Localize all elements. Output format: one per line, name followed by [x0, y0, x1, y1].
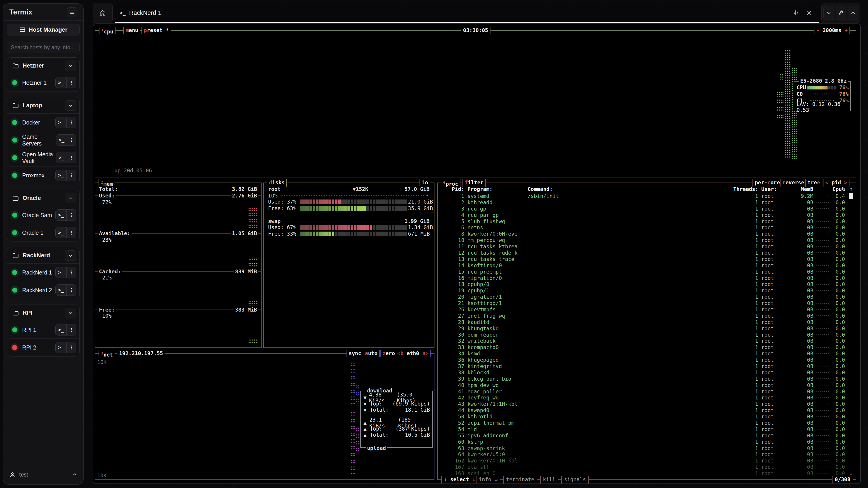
process-row[interactable]: 1systemd/sbin/init1root9.2M0.4 — [438, 193, 856, 199]
process-row[interactable]: 2kthreadd1root0B0.0 — [438, 199, 856, 205]
host-item-open-media-vault[interactable]: Open Media Vault>_ — [7, 149, 79, 166]
process-row[interactable]: 64kworker/u5:01root0B0.0 — [438, 451, 856, 458]
process-row[interactable]: 29khungtaskd1root0B0.0 — [438, 325, 856, 332]
host-menu-button[interactable] — [66, 210, 76, 221]
group-collapse-button[interactable] — [65, 250, 76, 261]
process-row[interactable]: 52acpi_thermal_pm1root0B0.0 — [438, 420, 856, 426]
host-menu-button[interactable] — [66, 77, 76, 88]
scrollbar-thumb[interactable] — [849, 193, 852, 199]
process-row[interactable]: 15rcu_preempt1root0B0.0 — [438, 269, 856, 275]
process-row[interactable]: 55ipv6_addrconf1root0B0.0 — [438, 432, 856, 439]
group-collapse-button[interactable] — [65, 308, 76, 318]
host-menu-button[interactable] — [66, 170, 76, 181]
host-menu-button[interactable] — [66, 267, 76, 278]
process-row[interactable]: 60kstrp1root0B0.0 — [438, 439, 856, 445]
terminal-screen[interactable]: 1cpu menu preset * 03:30:05 - 2000ms + u… — [93, 24, 861, 484]
process-row[interactable]: 168scsi_eh_01root0B0.0↓ — [438, 470, 856, 477]
footer-action-terminate[interactable]: terminate — [503, 476, 537, 484]
host-menu-button[interactable] — [66, 342, 76, 353]
open-terminal-button[interactable]: >_ — [56, 227, 66, 238]
footer-action-kill[interactable]: kill — [540, 476, 558, 484]
expand-button[interactable] — [848, 6, 858, 20]
split-pane-icon[interactable] — [791, 8, 801, 18]
process-row[interactable]: 6netns1root0B0.0 — [438, 224, 856, 231]
process-row[interactable]: 13rcu_tasks_trace_1root0B0.0 — [438, 256, 856, 262]
sort-column-switcher[interactable]: < pid > — [823, 179, 849, 187]
host-item-proxmox[interactable]: Proxmox>_ — [7, 166, 79, 184]
process-row[interactable]: 41edac-poller1root0B0.0 — [438, 388, 856, 395]
group-header-hetzner[interactable]: Hetzner — [7, 58, 79, 74]
process-row[interactable]: 19cpuhp/11root0B0.0 — [438, 287, 856, 294]
host-item-rpi-2[interactable]: RPI 2>_ — [7, 339, 79, 356]
process-row[interactable]: 167ata_sff1root0B0.0 — [438, 464, 856, 470]
process-row[interactable]: 14ksoftirqd/01root0B0.0 — [438, 262, 856, 269]
open-terminal-button[interactable]: >_ — [56, 170, 66, 181]
host-menu-button[interactable] — [66, 324, 76, 335]
host-item-racknerd-1[interactable]: RackNerd 1>_ — [7, 264, 79, 281]
process-row[interactable]: 28kauditd1root0B0.0 — [438, 319, 856, 325]
host-item-rpi-1[interactable]: RPI 1>_ — [7, 321, 79, 339]
process-row[interactable]: 39blkcg_punt_bio1root0B0.0 — [438, 376, 856, 382]
host-item-racknerd-2[interactable]: RackNerd 2>_ — [7, 281, 79, 299]
preset-button[interactable]: preset * — [142, 27, 171, 34]
host-item-oracle-sam[interactable]: Oracle Sam>_ — [7, 206, 79, 224]
group-header-rpi[interactable]: RPI — [7, 305, 79, 321]
net-interface-switcher[interactable]: <b eth0 n> — [395, 350, 431, 357]
process-row[interactable]: 54mld1root0B0.0 — [438, 426, 856, 432]
open-terminal-button[interactable]: >_ — [56, 342, 66, 353]
process-row[interactable]: 32writeback1root0B0.0 — [438, 338, 856, 344]
process-row[interactable]: 10mm_percpu_wq1root0B0.0 — [438, 237, 856, 243]
process-row[interactable]: 162kworker/0:1H-kbl1root0B0.0 — [438, 457, 856, 464]
io-mode-button[interactable]: io — [420, 179, 430, 187]
process-row[interactable]: 43kworker/1:1H-kbl1root0B0.0 — [438, 401, 856, 407]
group-header-oracle[interactable]: Oracle — [7, 190, 79, 206]
open-terminal-button[interactable]: >_ — [56, 267, 66, 278]
process-row[interactable]: 34ksmd1root0B0.0 — [438, 350, 856, 357]
host-menu-button[interactable] — [67, 135, 76, 145]
process-row[interactable]: 12rcu_tasks_rude_k1root0B0.0 — [438, 250, 856, 256]
host-menu-button[interactable] — [67, 152, 76, 163]
update-interval-control[interactable]: - 2000ms + — [814, 27, 850, 34]
host-item-docker[interactable]: Docker>_ — [7, 113, 79, 131]
process-row[interactable]: 44kswapd01root0B0.0 — [438, 407, 856, 414]
open-terminal-button[interactable]: >_ — [56, 152, 67, 163]
open-terminal-button[interactable]: >_ — [56, 117, 66, 128]
reverse-button[interactable]: reverse — [780, 179, 807, 187]
home-button[interactable] — [93, 3, 113, 23]
close-icon[interactable] — [804, 8, 814, 18]
process-row[interactable]: 16migration/01root0B0.0 — [438, 275, 856, 281]
process-row[interactable]: 8kworker/0:0H-eve1root0B0.0 — [438, 231, 856, 237]
net-zero-button[interactable]: zero — [380, 350, 397, 357]
host-manager-button[interactable]: Host Manager — [7, 24, 80, 35]
group-collapse-button[interactable] — [65, 100, 76, 111]
collapse-button[interactable] — [824, 6, 834, 20]
process-row[interactable]: 11rcu_tasks_kthrea1root0B0.0 — [438, 243, 856, 250]
per-core-button[interactable]: per-core — [752, 179, 782, 187]
net-sync-button[interactable]: sync — [346, 350, 364, 357]
process-row[interactable]: 33kcompactd01root0B0.0 — [438, 344, 856, 350]
process-row[interactable]: 5slub_flushwq1root0B0.0 — [438, 218, 856, 225]
process-row[interactable]: 20migration/11root0B0.0 — [438, 294, 856, 300]
footer-select[interactable]: ↑ select ↓ — [441, 476, 478, 484]
menu-button[interactable]: menu — [123, 27, 141, 34]
filter-button[interactable]: filter — [463, 179, 486, 187]
process-row[interactable]: 50kthrotld1root0B0.0 — [438, 414, 856, 420]
process-row[interactable]: 37kintegrityd1root0B0.0 — [438, 363, 856, 369]
tools-button[interactable] — [836, 6, 846, 20]
process-row[interactable]: 3rcu_gp1root0B0.0 — [438, 205, 856, 212]
host-item-hetzner-1[interactable]: Hetzner 1>_ — [7, 74, 79, 92]
footer-action-info[interactable]: info ↵ — [476, 476, 500, 484]
host-item-game-servers[interactable]: Game Servers>_ — [7, 131, 79, 149]
sidebar-menu-button[interactable] — [67, 7, 77, 17]
process-row[interactable]: 18cpuhp/01root0B0.0 — [438, 281, 856, 287]
tree-button[interactable]: tree — [805, 179, 822, 187]
group-collapse-button[interactable] — [65, 193, 76, 203]
process-row[interactable]: 42devfreq_wq1root0B0.0 — [438, 395, 856, 401]
open-terminal-button[interactable]: >_ — [56, 210, 66, 221]
tab-racknerd-1[interactable]: >_ RackNerd 1 — [114, 3, 819, 23]
net-auto-button[interactable]: auto — [363, 350, 380, 357]
host-menu-button[interactable] — [66, 285, 76, 295]
group-header-laptop[interactable]: Laptop — [7, 97, 79, 113]
host-item-oracle-1[interactable]: Oracle 1>_ — [7, 224, 79, 241]
process-row[interactable]: 4rcu_par_gp1root0B0.0 — [438, 212, 856, 218]
